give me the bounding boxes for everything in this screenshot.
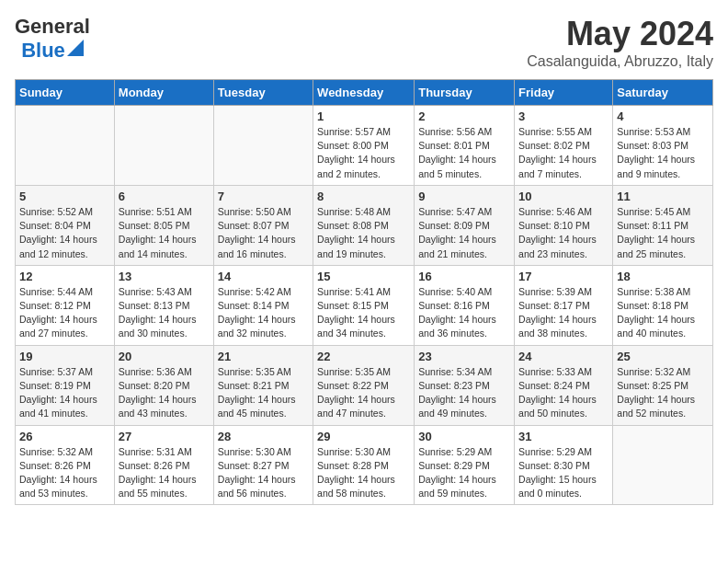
day-number: 5	[19, 190, 110, 203]
day-number: 9	[418, 190, 510, 203]
calendar-cell: 17Sunrise: 5:39 AM Sunset: 8:17 PM Dayli…	[515, 265, 613, 345]
calendar-cell: 27Sunrise: 5:31 AM Sunset: 8:26 PM Dayli…	[114, 425, 213, 505]
day-number: 28	[218, 430, 309, 443]
weekday-header: Wednesday	[313, 80, 415, 106]
day-number: 22	[317, 350, 410, 363]
calendar-cell	[613, 425, 713, 505]
day-number: 14	[218, 270, 309, 283]
day-info: Sunrise: 5:52 AM Sunset: 8:04 PM Dayligh…	[19, 205, 110, 261]
calendar-header-row: SundayMondayTuesdayWednesdayThursdayFrid…	[16, 80, 713, 106]
day-number: 13	[119, 270, 210, 283]
calendar-cell: 15Sunrise: 5:41 AM Sunset: 8:15 PM Dayli…	[313, 265, 415, 345]
logo-triangle-icon	[67, 40, 84, 56]
day-info: Sunrise: 5:48 AM Sunset: 8:08 PM Dayligh…	[317, 205, 410, 261]
day-number: 19	[19, 350, 110, 363]
weekday-header: Sunday	[16, 80, 115, 106]
calendar-cell: 28Sunrise: 5:30 AM Sunset: 8:27 PM Dayli…	[213, 425, 313, 505]
day-number: 10	[518, 190, 609, 203]
day-info: Sunrise: 5:45 AM Sunset: 8:11 PM Dayligh…	[617, 205, 709, 261]
day-number: 7	[218, 190, 309, 203]
day-info: Sunrise: 5:32 AM Sunset: 8:26 PM Dayligh…	[19, 445, 110, 501]
calendar-week-row: 26Sunrise: 5:32 AM Sunset: 8:26 PM Dayli…	[16, 425, 713, 505]
day-number: 3	[518, 109, 609, 123]
calendar-cell: 13Sunrise: 5:43 AM Sunset: 8:13 PM Dayli…	[114, 265, 213, 345]
calendar-cell: 1Sunrise: 5:57 AM Sunset: 8:00 PM Daylig…	[313, 106, 415, 186]
day-info: Sunrise: 5:46 AM Sunset: 8:10 PM Dayligh…	[518, 205, 609, 261]
calendar-week-row: 5Sunrise: 5:52 AM Sunset: 8:04 PM Daylig…	[16, 185, 713, 265]
day-info: Sunrise: 5:47 AM Sunset: 8:09 PM Dayligh…	[418, 205, 510, 261]
calendar-cell: 14Sunrise: 5:42 AM Sunset: 8:14 PM Dayli…	[213, 265, 313, 345]
day-info: Sunrise: 5:30 AM Sunset: 8:28 PM Dayligh…	[317, 445, 410, 501]
day-number: 17	[518, 270, 609, 283]
day-number: 29	[317, 430, 410, 443]
day-number: 20	[119, 350, 210, 363]
calendar-cell: 20Sunrise: 5:36 AM Sunset: 8:20 PM Dayli…	[114, 345, 213, 425]
calendar-cell: 23Sunrise: 5:34 AM Sunset: 8:23 PM Dayli…	[415, 345, 515, 425]
calendar-cell: 30Sunrise: 5:29 AM Sunset: 8:29 PM Dayli…	[415, 425, 515, 505]
day-number: 15	[317, 270, 410, 283]
day-info: Sunrise: 5:33 AM Sunset: 8:24 PM Dayligh…	[518, 365, 609, 421]
day-info: Sunrise: 5:37 AM Sunset: 8:19 PM Dayligh…	[19, 365, 110, 421]
weekday-header: Saturday	[613, 80, 713, 106]
day-number: 23	[418, 350, 510, 363]
calendar-cell: 24Sunrise: 5:33 AM Sunset: 8:24 PM Dayli…	[515, 345, 613, 425]
calendar-cell: 11Sunrise: 5:45 AM Sunset: 8:11 PM Dayli…	[613, 185, 713, 265]
logo-icon: General Blue	[15, 15, 90, 63]
calendar-cell: 12Sunrise: 5:44 AM Sunset: 8:12 PM Dayli…	[16, 265, 115, 345]
calendar-cell: 29Sunrise: 5:30 AM Sunset: 8:28 PM Dayli…	[313, 425, 415, 505]
calendar-week-row: 1Sunrise: 5:57 AM Sunset: 8:00 PM Daylig…	[16, 106, 713, 186]
calendar-cell: 2Sunrise: 5:56 AM Sunset: 8:01 PM Daylig…	[415, 106, 515, 186]
calendar-table: SundayMondayTuesdayWednesdayThursdayFrid…	[15, 79, 713, 505]
calendar-cell: 5Sunrise: 5:52 AM Sunset: 8:04 PM Daylig…	[16, 185, 115, 265]
weekday-header: Friday	[515, 80, 613, 106]
day-info: Sunrise: 5:44 AM Sunset: 8:12 PM Dayligh…	[19, 285, 110, 341]
day-info: Sunrise: 5:39 AM Sunset: 8:17 PM Dayligh…	[518, 285, 609, 341]
day-number: 2	[418, 109, 510, 123]
day-number: 11	[617, 190, 709, 203]
day-info: Sunrise: 5:57 AM Sunset: 8:00 PM Dayligh…	[317, 125, 410, 181]
calendar-cell: 10Sunrise: 5:46 AM Sunset: 8:10 PM Dayli…	[515, 185, 613, 265]
calendar-cell: 26Sunrise: 5:32 AM Sunset: 8:26 PM Dayli…	[16, 425, 115, 505]
logo: General Blue	[15, 15, 90, 63]
calendar-cell: 8Sunrise: 5:48 AM Sunset: 8:08 PM Daylig…	[313, 185, 415, 265]
title-area: May 2024 Casalanguida, Abruzzo, Italy	[527, 15, 713, 70]
weekday-header: Monday	[114, 80, 213, 106]
day-info: Sunrise: 5:29 AM Sunset: 8:30 PM Dayligh…	[518, 445, 609, 501]
calendar-cell: 16Sunrise: 5:40 AM Sunset: 8:16 PM Dayli…	[415, 265, 515, 345]
calendar-cell: 3Sunrise: 5:55 AM Sunset: 8:02 PM Daylig…	[515, 106, 613, 186]
calendar-cell	[213, 106, 313, 186]
calendar-cell: 6Sunrise: 5:51 AM Sunset: 8:05 PM Daylig…	[114, 185, 213, 265]
day-number: 25	[617, 350, 709, 363]
day-number: 4	[617, 109, 709, 123]
calendar-cell: 22Sunrise: 5:35 AM Sunset: 8:22 PM Dayli…	[313, 345, 415, 425]
day-number: 26	[19, 430, 110, 443]
calendar-week-row: 12Sunrise: 5:44 AM Sunset: 8:12 PM Dayli…	[16, 265, 713, 345]
day-info: Sunrise: 5:55 AM Sunset: 8:02 PM Dayligh…	[518, 125, 609, 181]
day-info: Sunrise: 5:34 AM Sunset: 8:23 PM Dayligh…	[418, 365, 510, 421]
day-number: 8	[317, 190, 410, 203]
day-number: 24	[518, 350, 609, 363]
month-title: May 2024	[527, 15, 713, 53]
day-number: 1	[317, 109, 410, 123]
calendar-cell: 9Sunrise: 5:47 AM Sunset: 8:09 PM Daylig…	[415, 185, 515, 265]
calendar-cell: 25Sunrise: 5:32 AM Sunset: 8:25 PM Dayli…	[613, 345, 713, 425]
day-number: 12	[19, 270, 110, 283]
day-number: 27	[119, 430, 210, 443]
day-number: 21	[218, 350, 309, 363]
day-info: Sunrise: 5:51 AM Sunset: 8:05 PM Dayligh…	[119, 205, 210, 261]
day-info: Sunrise: 5:35 AM Sunset: 8:22 PM Dayligh…	[317, 365, 410, 421]
day-number: 18	[617, 270, 709, 283]
calendar-cell	[114, 106, 213, 186]
logo-top: General	[15, 15, 90, 39]
calendar-week-row: 19Sunrise: 5:37 AM Sunset: 8:19 PM Dayli…	[16, 345, 713, 425]
day-number: 6	[119, 190, 210, 203]
calendar-cell: 31Sunrise: 5:29 AM Sunset: 8:30 PM Dayli…	[515, 425, 613, 505]
day-info: Sunrise: 5:50 AM Sunset: 8:07 PM Dayligh…	[218, 205, 309, 261]
calendar-cell: 7Sunrise: 5:50 AM Sunset: 8:07 PM Daylig…	[213, 185, 313, 265]
day-info: Sunrise: 5:35 AM Sunset: 8:21 PM Dayligh…	[218, 365, 309, 421]
weekday-header: Thursday	[415, 80, 515, 106]
page-header: General Blue May 2024 Casalanguida, Abru…	[15, 15, 713, 70]
day-info: Sunrise: 5:29 AM Sunset: 8:29 PM Dayligh…	[418, 445, 510, 501]
calendar-cell	[16, 106, 115, 186]
day-number: 30	[418, 430, 510, 443]
